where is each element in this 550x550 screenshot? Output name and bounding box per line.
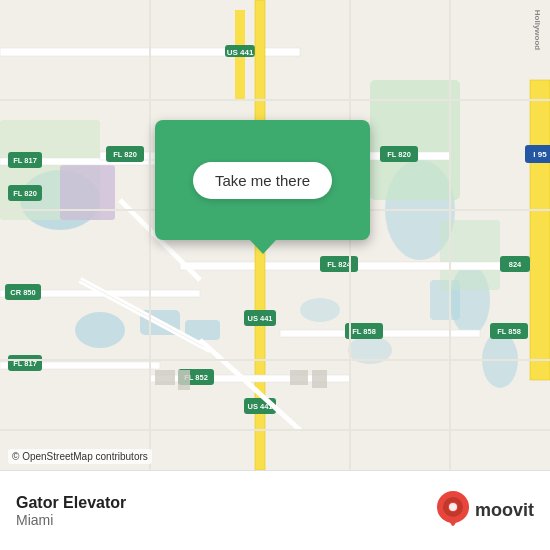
svg-rect-70 bbox=[312, 370, 327, 388]
moovit-pin-icon bbox=[435, 489, 471, 533]
svg-text:824: 824 bbox=[509, 260, 522, 269]
svg-point-77 bbox=[449, 503, 457, 511]
svg-text:FL 858: FL 858 bbox=[497, 327, 521, 336]
moovit-logo: moovit bbox=[435, 489, 534, 533]
svg-text:US 441: US 441 bbox=[247, 314, 272, 323]
svg-rect-72 bbox=[178, 370, 190, 390]
svg-rect-11 bbox=[370, 80, 460, 200]
svg-text:FL 824: FL 824 bbox=[327, 260, 351, 269]
svg-text:FL 820: FL 820 bbox=[387, 150, 411, 159]
svg-rect-71 bbox=[155, 370, 175, 385]
location-info: Gator Elevator Miami bbox=[16, 494, 126, 528]
svg-text:CR 850: CR 850 bbox=[10, 288, 35, 297]
bottom-bar: Gator Elevator Miami moovit bbox=[0, 470, 550, 550]
svg-text:FL 817: FL 817 bbox=[13, 156, 37, 165]
svg-text:FL 820: FL 820 bbox=[13, 189, 37, 198]
location-name: Gator Elevator bbox=[16, 494, 126, 512]
svg-rect-69 bbox=[290, 370, 308, 385]
destination-card: Take me there bbox=[155, 120, 370, 240]
svg-text:I 95: I 95 bbox=[533, 150, 547, 159]
svg-point-9 bbox=[300, 298, 340, 322]
svg-rect-29 bbox=[530, 80, 550, 380]
svg-rect-14 bbox=[60, 165, 115, 220]
svg-point-2 bbox=[75, 312, 125, 348]
svg-text:Hollywood: Hollywood bbox=[533, 10, 542, 51]
take-me-there-button[interactable]: Take me there bbox=[193, 162, 332, 199]
moovit-brand-text: moovit bbox=[475, 500, 534, 521]
location-city: Miami bbox=[16, 512, 126, 528]
svg-text:US 441: US 441 bbox=[227, 48, 254, 57]
svg-text:FL 858: FL 858 bbox=[352, 327, 376, 336]
svg-text:FL 820: FL 820 bbox=[113, 150, 137, 159]
osm-attribution: © OpenStreetMap contributors bbox=[8, 449, 152, 464]
map-container: US 441 FL 817 FL 820 FL 820 FL 820 I 95 … bbox=[0, 0, 550, 470]
